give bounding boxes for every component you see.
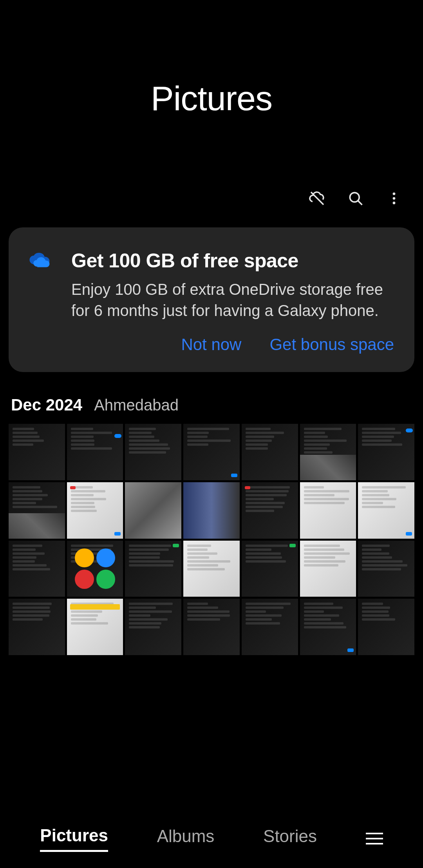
bottom-nav: Pictures Albums Stories [0,809,423,868]
photo-thumbnail[interactable] [125,482,181,539]
photo-thumbnail[interactable] [9,424,65,480]
photo-thumbnail[interactable] [9,482,65,539]
svg-point-1 [350,192,359,202]
action-bar [0,189,423,227]
photo-thumbnail[interactable] [9,599,65,655]
photo-thumbnail[interactable] [300,541,356,597]
page-title: Pictures [0,0,423,189]
photo-thumbnail[interactable] [358,482,414,539]
section-header: Dec 2024 Ahmedabad [0,372,423,424]
photo-thumbnail[interactable] [300,599,356,655]
photo-thumbnail[interactable] [242,424,298,480]
photo-thumbnail[interactable] [358,541,414,597]
photo-thumbnail[interactable] [183,424,240,480]
photo-grid [0,424,423,655]
photo-thumbnail[interactable] [67,424,123,480]
photo-thumbnail[interactable] [242,482,298,539]
promo-description: Enjoy 100 GB of extra OneDrive storage f… [71,279,394,321]
promo-title: Get 100 GB of free space [71,249,394,272]
section-location[interactable]: Ahmedabad [94,396,179,414]
search-icon[interactable] [346,189,365,208]
svg-line-2 [358,201,362,205]
nav-stories[interactable]: Stories [263,826,317,851]
photo-thumbnail[interactable] [125,424,181,480]
promo-content: Get 100 GB of free space Enjoy 100 GB of… [71,249,394,354]
promo-actions: Not now Get bonus space [71,335,394,354]
photo-thumbnail[interactable] [9,541,65,597]
photo-thumbnail[interactable] [125,599,181,655]
get-bonus-space-button[interactable]: Get bonus space [269,335,394,354]
photo-thumbnail[interactable] [300,424,356,480]
more-options-icon[interactable] [385,189,403,208]
nav-pictures[interactable]: Pictures [40,826,108,852]
photo-thumbnail[interactable] [300,482,356,539]
photo-thumbnail[interactable] [67,482,123,539]
svg-point-3 [393,192,396,195]
section-date[interactable]: Dec 2024 [11,396,82,414]
photo-thumbnail[interactable] [67,599,123,655]
onedrive-promo-card: Get 100 GB of free space Enjoy 100 GB of… [9,227,414,372]
svg-point-4 [393,197,396,200]
photo-thumbnail[interactable] [242,599,298,655]
onedrive-icon [29,252,56,271]
photo-thumbnail[interactable] [358,599,414,655]
photo-thumbnail[interactable] [183,541,240,597]
photo-thumbnail[interactable] [183,482,240,539]
svg-point-5 [393,202,396,204]
menu-icon[interactable] [366,833,383,844]
photo-thumbnail[interactable] [358,424,414,480]
cloud-sync-off-icon[interactable] [308,189,327,208]
nav-albums[interactable]: Albums [157,826,215,851]
photo-thumbnail[interactable] [242,541,298,597]
photo-thumbnail[interactable] [67,541,123,597]
photo-thumbnail[interactable] [183,599,240,655]
photo-thumbnail[interactable] [125,541,181,597]
not-now-button[interactable]: Not now [181,335,241,354]
